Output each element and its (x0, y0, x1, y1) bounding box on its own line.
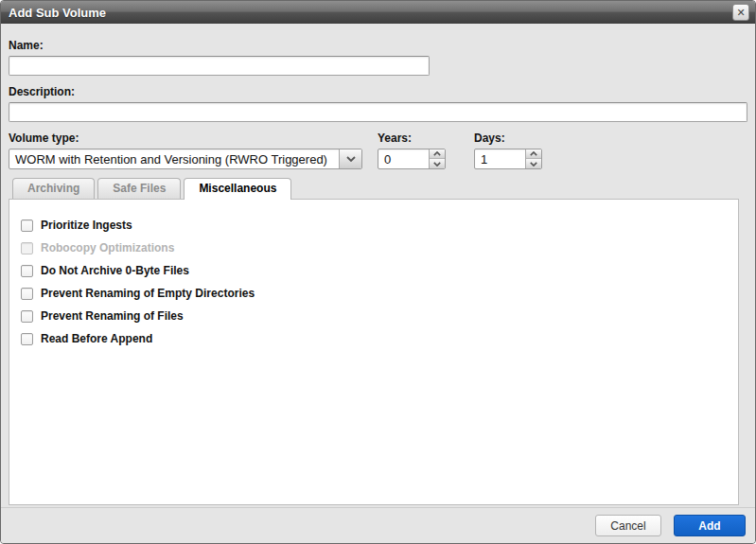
checkbox-prevent-renaming-files[interactable] (21, 310, 33, 323)
volume-type-label: Volume type: (9, 132, 362, 145)
close-button[interactable]: ✕ (732, 4, 749, 21)
checkbox-row-prevent-renaming-files[interactable]: Prevent Renaming of Files (21, 305, 727, 327)
checkbox-label: Do Not Archive 0-Byte Files (41, 264, 189, 277)
days-decrement-button[interactable] (526, 159, 541, 168)
tab-miscellaneous[interactable]: Miscellaneous (184, 178, 291, 200)
checkbox-robocopy-optimizations (21, 242, 33, 254)
description-label: Description: (9, 85, 747, 98)
years-value[interactable]: 0 (378, 149, 429, 168)
checkbox-label: Prevent Renaming of Empty Directories (41, 287, 255, 300)
years-decrement-button[interactable] (430, 159, 445, 168)
checkbox-prioritize-ingests[interactable] (21, 219, 33, 232)
checkbox-row-do-not-archive-0-byte-files[interactable]: Do Not Archive 0-Byte Files (21, 259, 727, 282)
tab-bar: Archiving Safe Files Miscellaneous (9, 178, 747, 199)
checkbox-row-read-before-append[interactable]: Read Before Append (21, 327, 727, 350)
name-label: Name: (9, 39, 747, 52)
dialog-body: Name: Description: Volume type: WORM wit… (1, 24, 755, 507)
checkbox-read-before-append[interactable] (21, 333, 33, 345)
days-stepper: 1 (474, 149, 542, 169)
dialog-title: Add Sub Volume (9, 6, 106, 20)
description-input[interactable] (9, 102, 747, 122)
checkbox-label: Prevent Renaming of Files (41, 309, 184, 323)
name-input[interactable] (9, 56, 430, 76)
days-value[interactable]: 1 (475, 149, 525, 168)
checkbox-label: Prioritize Ingests (41, 219, 132, 232)
years-label: Years: (378, 132, 446, 145)
miscellaneous-tab-panel: Prioritize Ingests Robocopy Optimization… (9, 199, 739, 505)
tab-safe-files[interactable]: Safe Files (97, 178, 181, 199)
checkbox-label: Robocopy Optimizations (41, 241, 174, 254)
volume-type-selected-value: WORM with Retention and Versioning (RWRO… (9, 152, 339, 167)
checkbox-label: Read Before Append (41, 332, 152, 345)
years-stepper: 0 (378, 149, 446, 169)
checkbox-do-not-archive-0-byte-files[interactable] (21, 265, 33, 277)
years-increment-button[interactable] (430, 149, 445, 159)
volume-type-select[interactable]: WORM with Retention and Versioning (RWRO… (9, 149, 362, 169)
volume-type-row: Volume type: WORM with Retention and Ver… (9, 132, 747, 169)
days-increment-button[interactable] (526, 149, 541, 159)
cancel-button[interactable]: Cancel (595, 515, 661, 536)
checkbox-prevent-renaming-empty-directories[interactable] (21, 288, 33, 300)
days-label: Days: (474, 132, 542, 145)
tab-archiving[interactable]: Archiving (12, 178, 95, 199)
dialog-footer: Cancel Add (1, 507, 755, 543)
checkbox-row-prioritize-ingests[interactable]: Prioritize Ingests (21, 214, 727, 237)
checkbox-row-prevent-renaming-empty-directories[interactable]: Prevent Renaming of Empty Directories (21, 282, 727, 305)
chevron-down-icon (339, 149, 361, 168)
add-sub-volume-dialog: Add Sub Volume ✕ Name: Description: Volu… (0, 0, 756, 544)
dialog-titlebar: Add Sub Volume ✕ (1, 1, 755, 24)
add-button[interactable]: Add (674, 515, 746, 536)
checkbox-row-robocopy-optimizations: Robocopy Optimizations (21, 237, 727, 259)
close-icon: ✕ (736, 8, 745, 18)
